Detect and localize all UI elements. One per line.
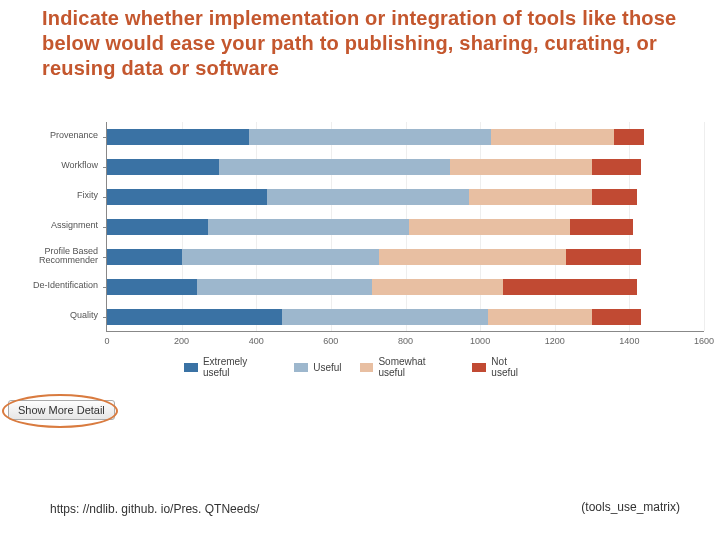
legend-swatch-icon <box>360 363 374 372</box>
chart: 02004006008001000120014001600ProvenanceW… <box>8 122 712 382</box>
legend: Extremely usefulUsefulSomewhat usefulNot… <box>184 356 536 378</box>
bar-segment <box>107 159 219 175</box>
bar-segment <box>491 129 614 145</box>
bar-segment <box>488 309 592 325</box>
x-tick-label: 1400 <box>619 336 639 346</box>
x-tick-label: 0 <box>104 336 109 346</box>
legend-item: Somewhat useful <box>360 356 455 378</box>
bar-segment <box>469 189 592 205</box>
bar-segment <box>570 219 633 235</box>
bar-row <box>107 129 644 145</box>
bar-row <box>107 219 633 235</box>
legend-label: Not useful <box>491 356 536 378</box>
bar-segment <box>107 279 197 295</box>
bar-segment <box>592 309 641 325</box>
bar-segment <box>197 279 372 295</box>
legend-label: Useful <box>313 362 341 373</box>
bar-segment <box>450 159 592 175</box>
bar-row <box>107 249 641 265</box>
category-label: Quality <box>8 311 98 320</box>
bar-segment <box>372 279 503 295</box>
bar-segment <box>249 129 492 145</box>
bar-row <box>107 189 637 205</box>
category-label: Profile Based Recommender <box>8 247 98 266</box>
bar-row <box>107 159 641 175</box>
page-title: Indicate whether implementation or integ… <box>42 6 682 81</box>
category-label: De-Identification <box>8 281 98 290</box>
bar-row <box>107 279 637 295</box>
bar-segment <box>107 129 249 145</box>
bar-segment <box>282 309 487 325</box>
bar-segment <box>379 249 566 265</box>
x-tick-label: 1200 <box>545 336 565 346</box>
category-label: Assignment <box>8 221 98 230</box>
bar-segment <box>107 189 267 205</box>
bar-row <box>107 309 641 325</box>
legend-label: Somewhat useful <box>378 356 454 378</box>
show-more-button[interactable]: Show More Detail <box>8 400 115 420</box>
legend-item: Extremely useful <box>184 356 276 378</box>
x-tick-label: 1600 <box>694 336 714 346</box>
legend-swatch-icon <box>294 363 308 372</box>
legend-swatch-icon <box>472 363 486 372</box>
bar-segment <box>107 219 208 235</box>
footer-tag: (tools_use_matrix) <box>581 500 680 514</box>
bar-segment <box>107 309 282 325</box>
x-tick-label: 1000 <box>470 336 490 346</box>
footer-url: https: //ndlib. github. io/Pres. QTNeeds… <box>50 502 259 516</box>
category-label: Workflow <box>8 161 98 170</box>
x-tick-label: 200 <box>174 336 189 346</box>
x-tick-label: 800 <box>398 336 413 346</box>
bar-segment <box>566 249 641 265</box>
plot-area: 02004006008001000120014001600ProvenanceW… <box>106 122 704 332</box>
grid-line <box>704 122 705 331</box>
bar-segment <box>503 279 637 295</box>
bar-segment <box>614 129 644 145</box>
category-label: Provenance <box>8 131 98 140</box>
show-more-wrap: Show More Detail <box>8 400 115 420</box>
bar-segment <box>409 219 569 235</box>
bar-segment <box>592 159 641 175</box>
category-label: Fixity <box>8 191 98 200</box>
legend-label: Extremely useful <box>203 356 276 378</box>
bar-segment <box>107 249 182 265</box>
legend-swatch-icon <box>184 363 198 372</box>
bar-segment <box>208 219 409 235</box>
bar-segment <box>219 159 450 175</box>
x-tick-label: 400 <box>249 336 264 346</box>
x-tick-label: 600 <box>323 336 338 346</box>
legend-item: Not useful <box>472 356 536 378</box>
legend-item: Useful <box>294 356 341 378</box>
bar-segment <box>267 189 468 205</box>
bar-segment <box>182 249 380 265</box>
bar-segment <box>592 189 637 205</box>
